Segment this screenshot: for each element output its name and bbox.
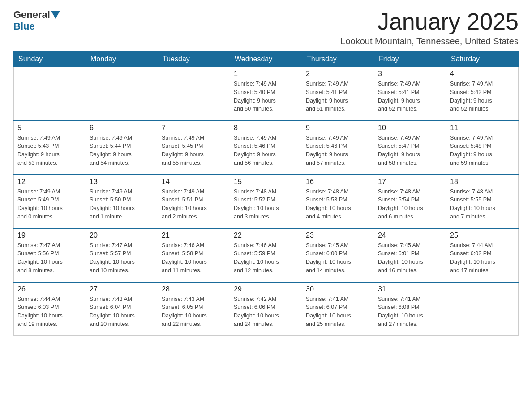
day-info: Sunrise: 7:49 AMSunset: 5:42 PMDaylight:… bbox=[450, 80, 515, 113]
day-number: 16 bbox=[306, 178, 370, 186]
day-number: 23 bbox=[306, 231, 370, 240]
calendar-cell: 9Sunrise: 7:49 AMSunset: 5:46 PMDaylight… bbox=[302, 121, 374, 175]
day-info: Sunrise: 7:49 AMSunset: 5:43 PMDaylight:… bbox=[17, 134, 82, 167]
day-number: 15 bbox=[234, 178, 298, 186]
calendar-header-row: SundayMondayTuesdayWednesdayThursdayFrid… bbox=[14, 51, 519, 67]
title-section: January 2025 Lookout Mountain, Tennessee… bbox=[340, 9, 519, 47]
calendar-table: SundayMondayTuesdayWednesdayThursdayFrid… bbox=[13, 51, 519, 336]
calendar-cell: 21Sunrise: 7:46 AMSunset: 5:58 PMDayligh… bbox=[158, 228, 230, 282]
calendar-cell: 24Sunrise: 7:45 AMSunset: 6:01 PMDayligh… bbox=[374, 228, 446, 282]
calendar-week-row: 1Sunrise: 7:49 AMSunset: 5:40 PMDaylight… bbox=[14, 67, 519, 121]
weekday-header-saturday: Saturday bbox=[446, 51, 519, 67]
weekday-header-friday: Friday bbox=[374, 51, 446, 67]
calendar-cell: 20Sunrise: 7:47 AMSunset: 5:57 PMDayligh… bbox=[86, 228, 158, 282]
day-info: Sunrise: 7:44 AMSunset: 6:03 PMDaylight:… bbox=[17, 295, 82, 329]
calendar-week-row: 12Sunrise: 7:49 AMSunset: 5:49 PMDayligh… bbox=[14, 175, 519, 228]
calendar-cell: 13Sunrise: 7:49 AMSunset: 5:50 PMDayligh… bbox=[86, 175, 158, 228]
calendar-cell: 15Sunrise: 7:48 AMSunset: 5:52 PMDayligh… bbox=[230, 175, 302, 228]
calendar-cell: 1Sunrise: 7:49 AMSunset: 5:40 PMDaylight… bbox=[230, 67, 302, 121]
weekday-header-wednesday: Wednesday bbox=[230, 51, 302, 67]
day-info: Sunrise: 7:49 AMSunset: 5:41 PMDaylight:… bbox=[378, 80, 442, 113]
calendar-cell: 8Sunrise: 7:49 AMSunset: 5:46 PMDaylight… bbox=[230, 121, 302, 175]
day-info: Sunrise: 7:49 AMSunset: 5:48 PMDaylight:… bbox=[450, 134, 515, 167]
day-info: Sunrise: 7:44 AMSunset: 6:02 PMDaylight:… bbox=[450, 241, 515, 275]
day-number: 28 bbox=[162, 285, 226, 293]
day-number: 18 bbox=[450, 178, 515, 186]
day-number: 27 bbox=[90, 285, 154, 293]
day-info: Sunrise: 7:47 AMSunset: 5:57 PMDaylight:… bbox=[90, 241, 154, 275]
logo: General Blue bbox=[13, 9, 61, 32]
calendar-cell: 23Sunrise: 7:45 AMSunset: 6:00 PMDayligh… bbox=[302, 228, 374, 282]
calendar-cell: 10Sunrise: 7:49 AMSunset: 5:47 PMDayligh… bbox=[374, 121, 446, 175]
day-info: Sunrise: 7:48 AMSunset: 5:52 PMDaylight:… bbox=[234, 188, 298, 221]
month-year-title: January 2025 bbox=[340, 9, 519, 34]
day-number: 20 bbox=[90, 231, 154, 240]
calendar-cell: 17Sunrise: 7:48 AMSunset: 5:54 PMDayligh… bbox=[374, 175, 446, 228]
calendar-cell: 28Sunrise: 7:43 AMSunset: 6:05 PMDayligh… bbox=[158, 282, 230, 336]
day-info: Sunrise: 7:49 AMSunset: 5:44 PMDaylight:… bbox=[90, 134, 154, 167]
calendar-week-row: 19Sunrise: 7:47 AMSunset: 5:56 PMDayligh… bbox=[14, 228, 519, 282]
calendar-cell: 26Sunrise: 7:44 AMSunset: 6:03 PMDayligh… bbox=[14, 282, 86, 336]
day-number: 19 bbox=[17, 231, 82, 240]
calendar-cell: 19Sunrise: 7:47 AMSunset: 5:56 PMDayligh… bbox=[14, 228, 86, 282]
day-info: Sunrise: 7:48 AMSunset: 5:54 PMDaylight:… bbox=[378, 188, 442, 221]
logo-general-text: General bbox=[13, 9, 50, 21]
day-number: 8 bbox=[234, 124, 298, 132]
day-number: 3 bbox=[378, 70, 442, 78]
day-number: 9 bbox=[306, 124, 370, 132]
day-info: Sunrise: 7:49 AMSunset: 5:41 PMDaylight:… bbox=[306, 80, 370, 113]
day-info: Sunrise: 7:48 AMSunset: 5:53 PMDaylight:… bbox=[306, 188, 370, 221]
page-header: General Blue January 2025 Lookout Mounta… bbox=[13, 9, 519, 47]
day-info: Sunrise: 7:46 AMSunset: 5:59 PMDaylight:… bbox=[234, 241, 298, 275]
calendar-cell: 25Sunrise: 7:44 AMSunset: 6:02 PMDayligh… bbox=[446, 228, 519, 282]
day-info: Sunrise: 7:41 AMSunset: 6:07 PMDaylight:… bbox=[306, 295, 370, 329]
calendar-cell: 22Sunrise: 7:46 AMSunset: 5:59 PMDayligh… bbox=[230, 228, 302, 282]
calendar-cell: 11Sunrise: 7:49 AMSunset: 5:48 PMDayligh… bbox=[446, 121, 519, 175]
day-number: 25 bbox=[450, 231, 515, 240]
calendar-cell: 4Sunrise: 7:49 AMSunset: 5:42 PMDaylight… bbox=[446, 67, 519, 121]
day-info: Sunrise: 7:42 AMSunset: 6:06 PMDaylight:… bbox=[234, 295, 298, 329]
day-number: 10 bbox=[378, 124, 442, 132]
day-info: Sunrise: 7:49 AMSunset: 5:46 PMDaylight:… bbox=[234, 134, 298, 167]
calendar-week-row: 26Sunrise: 7:44 AMSunset: 6:03 PMDayligh… bbox=[14, 282, 519, 336]
day-info: Sunrise: 7:49 AMSunset: 5:51 PMDaylight:… bbox=[162, 188, 226, 221]
calendar-cell: 16Sunrise: 7:48 AMSunset: 5:53 PMDayligh… bbox=[302, 175, 374, 228]
day-number: 29 bbox=[234, 285, 298, 293]
day-number: 7 bbox=[162, 124, 226, 132]
day-number: 2 bbox=[306, 70, 370, 78]
day-info: Sunrise: 7:49 AMSunset: 5:40 PMDaylight:… bbox=[234, 80, 298, 113]
day-number: 22 bbox=[234, 231, 298, 240]
calendar-cell: 5Sunrise: 7:49 AMSunset: 5:43 PMDaylight… bbox=[14, 121, 86, 175]
day-number: 4 bbox=[450, 70, 515, 78]
day-number: 24 bbox=[378, 231, 442, 240]
calendar-cell: 12Sunrise: 7:49 AMSunset: 5:49 PMDayligh… bbox=[14, 175, 86, 228]
day-info: Sunrise: 7:41 AMSunset: 6:08 PMDaylight:… bbox=[378, 295, 442, 329]
day-number: 11 bbox=[450, 124, 515, 132]
weekday-header-sunday: Sunday bbox=[14, 51, 86, 67]
calendar-cell bbox=[158, 67, 230, 121]
calendar-cell bbox=[86, 67, 158, 121]
calendar-cell: 31Sunrise: 7:41 AMSunset: 6:08 PMDayligh… bbox=[374, 282, 446, 336]
weekday-header-monday: Monday bbox=[86, 51, 158, 67]
day-info: Sunrise: 7:47 AMSunset: 5:56 PMDaylight:… bbox=[17, 241, 82, 275]
day-number: 14 bbox=[162, 178, 226, 186]
logo-blue-text: Blue bbox=[13, 21, 35, 32]
logo-triangle-icon bbox=[51, 11, 60, 19]
day-info: Sunrise: 7:48 AMSunset: 5:55 PMDaylight:… bbox=[450, 188, 515, 221]
day-info: Sunrise: 7:49 AMSunset: 5:45 PMDaylight:… bbox=[162, 134, 226, 167]
calendar-week-row: 5Sunrise: 7:49 AMSunset: 5:43 PMDaylight… bbox=[14, 121, 519, 175]
day-number: 21 bbox=[162, 231, 226, 240]
calendar-cell: 6Sunrise: 7:49 AMSunset: 5:44 PMDaylight… bbox=[86, 121, 158, 175]
day-info: Sunrise: 7:49 AMSunset: 5:50 PMDaylight:… bbox=[90, 188, 154, 221]
day-number: 12 bbox=[17, 178, 82, 186]
day-number: 26 bbox=[17, 285, 82, 293]
calendar-cell: 14Sunrise: 7:49 AMSunset: 5:51 PMDayligh… bbox=[158, 175, 230, 228]
calendar-cell: 18Sunrise: 7:48 AMSunset: 5:55 PMDayligh… bbox=[446, 175, 519, 228]
calendar-cell: 27Sunrise: 7:43 AMSunset: 6:04 PMDayligh… bbox=[86, 282, 158, 336]
day-number: 17 bbox=[378, 178, 442, 186]
calendar-cell bbox=[446, 282, 519, 336]
day-info: Sunrise: 7:49 AMSunset: 5:46 PMDaylight:… bbox=[306, 134, 370, 167]
day-info: Sunrise: 7:43 AMSunset: 6:04 PMDaylight:… bbox=[90, 295, 154, 329]
day-info: Sunrise: 7:45 AMSunset: 6:01 PMDaylight:… bbox=[378, 241, 442, 275]
day-info: Sunrise: 7:49 AMSunset: 5:47 PMDaylight:… bbox=[378, 134, 442, 167]
